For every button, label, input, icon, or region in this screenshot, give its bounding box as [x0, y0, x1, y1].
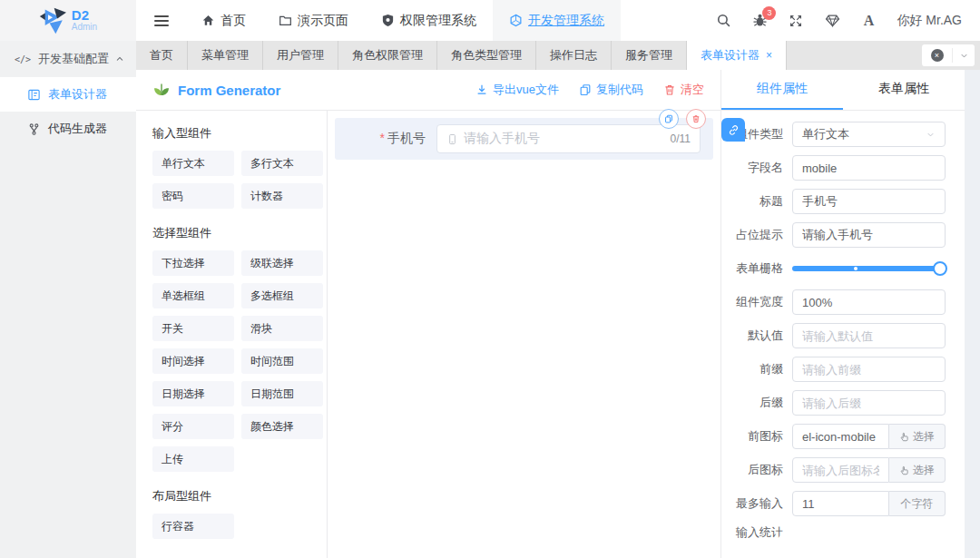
topnav-item-dev-system[interactable]: 开发管理系统: [493, 0, 621, 41]
tab-form-props[interactable]: 表单属性: [843, 70, 965, 110]
suffix-input[interactable]: [792, 390, 946, 416]
delete-widget-button[interactable]: [686, 109, 706, 129]
component-chip[interactable]: 行容器: [152, 514, 234, 539]
circle-close-icon: ×: [931, 49, 944, 62]
download-icon: [475, 83, 488, 96]
app-logo[interactable]: D2 Admin: [0, 0, 136, 41]
phone-icon: [446, 133, 458, 145]
topbar-right: 3 A 你好 Mr.AG: [715, 13, 980, 29]
max-input-field[interactable]: [792, 491, 889, 516]
page-tab[interactable]: 角色权限管理: [338, 41, 437, 70]
topnav-item-permission-system[interactable]: 权限管理系统: [365, 0, 493, 41]
component-chip[interactable]: 时间范围: [241, 348, 323, 374]
code-icon: </>: [15, 54, 31, 64]
component-chip[interactable]: 日期选择: [152, 381, 234, 406]
component-chip[interactable]: 计数器: [241, 183, 323, 209]
field-label: *手机号: [335, 131, 436, 147]
mobile-input-preview[interactable]: 请输入手机号 0/11: [436, 124, 701, 153]
generator-title: Form Generator: [178, 83, 280, 98]
tab-actions-button[interactable]: ×: [922, 44, 975, 66]
topnav-label: 权限管理系统: [400, 13, 476, 29]
prop-row-title: 标题: [721, 189, 945, 214]
page-tab-active[interactable]: 表单设计器 ×: [687, 41, 787, 70]
component-chip[interactable]: 多行文本: [241, 151, 323, 176]
tab-menu-dropdown[interactable]: [953, 51, 975, 61]
theme-gem-icon[interactable]: [824, 13, 840, 29]
component-chip[interactable]: 级联选择: [241, 250, 323, 276]
prop-label: 占位提示: [721, 227, 792, 243]
page-tab[interactable]: 服务管理: [612, 41, 687, 70]
sidebar-item-code-generator[interactable]: 代码生成器: [0, 112, 136, 146]
page-tab[interactable]: 角色类型管理: [437, 41, 536, 70]
menu-toggle-icon[interactable]: [154, 15, 169, 26]
suffix-icon-input[interactable]: [792, 457, 889, 483]
logo-title: D2: [72, 8, 97, 23]
component-chip[interactable]: 滑块: [241, 316, 323, 341]
page-tab[interactable]: 菜单管理: [188, 41, 263, 70]
tab-label: 表单设计器: [701, 47, 760, 64]
suffix-icon-select-button[interactable]: 选择: [889, 457, 946, 483]
select-value: 单行文本: [802, 126, 926, 142]
clear-button[interactable]: 清空: [663, 82, 704, 98]
tab-label: 菜单管理: [201, 47, 249, 64]
title-input[interactable]: [792, 189, 946, 214]
placeholder-input[interactable]: [792, 222, 946, 248]
component-chip[interactable]: 单选框组: [152, 283, 234, 308]
close-icon[interactable]: ×: [766, 49, 772, 62]
prop-row-suffix: 后缀: [721, 390, 945, 416]
topnav-item-home[interactable]: 首页: [185, 0, 262, 41]
field-name-input[interactable]: [792, 155, 946, 181]
max-input-unit: 个字符: [889, 491, 946, 516]
selected-form-widget[interactable]: *手机号 请输入手机号 0/11: [335, 118, 713, 160]
component-chip[interactable]: 下拉选择: [152, 250, 234, 276]
font-size-icon[interactable]: A: [860, 13, 877, 29]
page-tab[interactable]: 首页: [136, 41, 188, 70]
link-tag[interactable]: [721, 118, 745, 142]
sidebar-group-dev-config[interactable]: </> 开发基础配置: [0, 41, 136, 77]
sidebar-item-form-designer[interactable]: 表单设计器: [0, 77, 136, 112]
component-chip[interactable]: 开关: [152, 316, 234, 341]
scrollbar-track[interactable]: [965, 70, 980, 558]
component-grid: 单行文本 多行文本 密码 计数器: [152, 151, 316, 209]
duplicate-widget-button[interactable]: [659, 109, 679, 129]
workspace: </> 开发基础配置 表单设计器 代码生成器: [0, 41, 980, 558]
component-chip[interactable]: 评分: [152, 414, 234, 439]
prefix-icon-select-button[interactable]: 选择: [889, 424, 946, 449]
component-type-select[interactable]: 单行文本: [792, 122, 946, 147]
search-icon[interactable]: [715, 13, 731, 29]
sidebar-group-label: 开发基础配置: [38, 51, 109, 67]
close-all-tabs-button[interactable]: ×: [922, 49, 952, 62]
toggle-knob: [778, 534, 790, 547]
trash-icon: [663, 83, 676, 96]
copy-code-button[interactable]: 复制代码: [579, 82, 643, 98]
user-greeting[interactable]: 你好 Mr.AG: [897, 13, 962, 29]
component-chip[interactable]: 密码: [152, 183, 234, 209]
export-vue-button[interactable]: 导出vue文件: [475, 82, 559, 98]
component-chip[interactable]: 上传: [152, 446, 234, 472]
prefix-input[interactable]: [792, 357, 946, 382]
form-icon: [27, 88, 41, 102]
width-input[interactable]: [792, 289, 946, 315]
default-value-input[interactable]: [792, 323, 946, 348]
component-chip[interactable]: 颜色选择: [241, 414, 323, 439]
bug-icon[interactable]: 3: [751, 13, 768, 29]
component-chip[interactable]: 单行文本: [152, 151, 234, 176]
page-tab[interactable]: 用户管理: [263, 41, 338, 70]
slider-stop: [854, 267, 858, 270]
field-label-text: 手机号: [387, 131, 426, 145]
slider-handle[interactable]: [933, 261, 947, 276]
component-chip[interactable]: 时间选择: [152, 348, 234, 374]
prop-label: 组件宽度: [721, 294, 792, 310]
form-grid-slider[interactable]: [792, 256, 946, 281]
chevron-down-icon: [926, 130, 936, 140]
component-chip[interactable]: 日期范围: [241, 381, 323, 406]
topnav-label: 开发管理系统: [528, 13, 604, 29]
prefix-icon-input[interactable]: [792, 424, 889, 449]
main-column: 首页 菜单管理 用户管理 角色权限管理 角色类型管理 操作日志 服务管理 表单设…: [136, 41, 980, 558]
prop-row-prefix: 前缀: [721, 357, 945, 382]
tab-component-props[interactable]: 组件属性: [721, 70, 843, 110]
fullscreen-icon[interactable]: [788, 13, 804, 29]
page-tab[interactable]: 操作日志: [536, 41, 612, 70]
topnav-item-demo-pages[interactable]: 演示页面: [262, 0, 365, 41]
component-chip[interactable]: 多选框组: [241, 283, 323, 308]
